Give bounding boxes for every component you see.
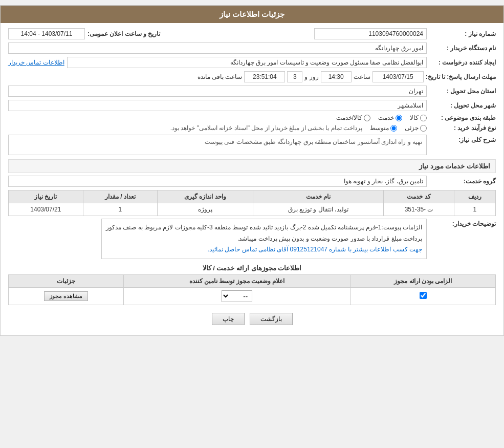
perm-col-elzami: الزامی بودن ارائه مجوز: [350, 274, 495, 287]
section-khadamat: اطلاعات خدمات مورد نیاز: [8, 159, 496, 173]
radio-khedmat-label: خدمت: [378, 114, 394, 121]
ijadKonande-label: ایجاد کننده درخواست :: [429, 59, 496, 66]
row-namDastgah: نام دستگاه خریدار : امور برق چهاردانگه: [8, 42, 496, 54]
noeFarayand-radio-group: جزئی متوسط پرداخت تمام یا بخشی از مبلغ خ…: [170, 124, 427, 132]
radio-jozee-label: جزئی: [405, 124, 419, 132]
namDastgah-label: نام دستگاه خریدار :: [429, 45, 496, 52]
print-button[interactable]: چاپ: [212, 313, 245, 325]
rooz-value: 3: [287, 71, 302, 82]
row-shahr: شهر محل تحویل : اسلامشهر: [8, 100, 496, 111]
col-tarikNiaz: تاریخ نیاز: [9, 190, 83, 203]
noeFarayand-note: پرداخت تمام یا بخشی از مبلغ خریدار از مح…: [170, 124, 362, 132]
cell-radif: 1: [454, 203, 495, 216]
tarikAlan-value: 1403/07/11 - 14:04: [8, 28, 85, 39]
shahr-label: شهر محل تحویل :: [429, 102, 496, 109]
countdown-value: 23:51:04: [244, 71, 285, 82]
saat-value: 14:30: [321, 71, 352, 82]
shomareNiaz-label: شماره نیاز :: [429, 30, 496, 37]
row-grohe: گروه خدمت: تامین برق، گاز، بخار و تهویه …: [8, 176, 496, 187]
cell-namKhedmat: تولید، انتقال و توزیع برق: [253, 203, 384, 216]
table-row: 1 ت -35-351 تولید، انتقال و توزیع برق پر…: [9, 203, 496, 216]
row-tabaghe: طبقه بندی موضوعی : کالا خدمت کالا/خدمت: [8, 114, 496, 121]
ijadKonande-value: ابوالفضل نظامی صفا مسئول صورت وضعیت و تا…: [67, 57, 427, 68]
tosih-label: توضیحات خریدار:: [429, 219, 496, 227]
col-radif: ردیف: [454, 190, 495, 203]
section-mojavez: اطلاعات مجوزهای ارائه خدمت / کالا: [8, 264, 496, 272]
col-kodKhedmat: کد خدمت: [384, 190, 454, 203]
radio-kala-khedmat-input[interactable]: [364, 115, 370, 121]
cell-vahedAndaze: پروژه: [158, 203, 253, 216]
col-namKhedmat: نام خدمت: [253, 190, 384, 203]
radio-kala: کالا: [410, 114, 427, 121]
sharh-value: تهیه و راه اندازی آسانسور ساختمان منطقه …: [8, 135, 427, 155]
namDastgah-value: امور برق چهاردانگه: [8, 42, 427, 54]
rooz-label: روز و: [304, 73, 318, 80]
ijadKonande-link[interactable]: اطلاعات تماس خریدار: [8, 59, 64, 66]
tosih-value: الزامات پیوست:1-فرم پرسشنامه تکمیل شده 2…: [101, 219, 427, 259]
radio-motavasset-label: متوسط: [370, 124, 389, 132]
btn-row: بازگشت چاپ: [8, 313, 496, 325]
row-ijadKonande: ایجاد کننده درخواست : ابوالفضل نظامی صفا…: [8, 57, 496, 68]
page-header: جزئیات اطلاعات نیاز: [1, 6, 503, 23]
page-wrapper: جزئیات اطلاعات نیاز شماره نیاز : 1103094…: [0, 5, 504, 336]
tarikAlan-label: تاریخ و ساعت اعلان عمومی:: [87, 30, 160, 37]
date-value: 1403/07/15: [372, 71, 424, 82]
perm-elzami-cell: [350, 287, 495, 305]
content-area: شماره نیاز : 1103094760000024 تاریخ و سا…: [1, 23, 503, 335]
perm-view-button[interactable]: مشاهده مجوز: [44, 291, 88, 301]
row-shomareNiaz: شماره نیاز : 1103094760000024 تاریخ و سا…: [8, 28, 496, 39]
radio-kala-khedmat: کالا/خدمت: [336, 114, 370, 121]
grohe-value: تامین برق، گاز، بخار و تهویه هوا: [8, 176, 427, 187]
radio-jozee-input[interactable]: [420, 125, 427, 132]
row-ostan: استان محل تحویل : تهران: [8, 86, 496, 97]
radio-motavasset: متوسط: [370, 124, 397, 132]
perm-alam-cell: --: [123, 287, 350, 305]
perm-elzami-checkbox[interactable]: [420, 292, 427, 299]
ostan-value: تهران: [8, 86, 427, 97]
back-button[interactable]: بازگشت: [250, 313, 293, 325]
radio-jozee: جزئی: [405, 124, 427, 132]
shahr-value: اسلامشهر: [8, 100, 427, 111]
col-vahedAndaze: واحد اندازه گیری: [158, 190, 253, 203]
row-noeFarayand: نوع فرآیند خرید : جزئی متوسط پرداخت تمام…: [8, 124, 496, 132]
tosih-line2: پرداخت مبلغ قرارداد با صدور صورت وضعیت و…: [106, 233, 422, 245]
mohlat-label: مهلت ارسال پاسخ: تا تاریخ:: [426, 73, 496, 80]
tabaghe-radio-group: کالا خدمت کالا/خدمت: [336, 114, 427, 121]
cell-tedad: 1: [83, 203, 158, 216]
tosih-line1: الزامات پیوست:1-فرم پرسشنامه تکمیل شده 2…: [106, 222, 422, 233]
row-tosih: توضیحات خریدار: الزامات پیوست:1-فرم پرسش…: [8, 219, 496, 259]
radio-khedmat: خدمت: [378, 114, 402, 121]
ostan-label: استان محل تحویل :: [429, 88, 496, 95]
radio-khedmat-input[interactable]: [396, 115, 402, 121]
col-tedad: تعداد / مقدار: [83, 190, 158, 203]
perm-col-joziyat: جزئیات: [9, 274, 124, 287]
noeFarayand-label: نوع فرآیند خرید :: [429, 124, 496, 132]
saat-label: ساعت: [354, 73, 370, 80]
services-table: ردیف کد خدمت نام خدمت واحد اندازه گیری ت…: [8, 190, 496, 216]
perm-row: -- مشاهده مجوز: [9, 287, 496, 305]
radio-kala-label: کالا: [410, 114, 419, 121]
grohe-label: گروه خدمت:: [429, 178, 496, 185]
radio-kala-input[interactable]: [420, 115, 427, 121]
cell-kodKhedmat: ت -35-351: [384, 203, 454, 216]
perm-alam-dropdown[interactable]: --: [222, 290, 252, 302]
perm-table: الزامی بودن ارائه مجوز اعلام وضعیت مجوز …: [8, 274, 496, 305]
radio-kala-khedmat-label: کالا/خدمت: [336, 114, 362, 121]
row-sharh: شرح کلی نیاز: تهیه و راه اندازی آسانسور …: [8, 135, 496, 155]
sharh-label: شرح کلی نیاز:: [429, 135, 496, 143]
tosih-line3: جهت کسب اطلاعات بیشتر با شماره 091251210…: [106, 244, 422, 255]
tabaghe-label: طبقه بندی موضوعی :: [429, 114, 496, 121]
row-mohlat: مهلت ارسال پاسخ: تا تاریخ: 1403/07/15 سا…: [8, 71, 496, 82]
perm-joziyat-cell: مشاهده مجوز: [9, 287, 124, 305]
baghimande-label: ساعت باقی مانده: [198, 73, 243, 80]
shomareNiaz-value: 1103094760000024: [314, 28, 427, 39]
radio-motavasset-input[interactable]: [390, 125, 397, 132]
cell-tarikNiaz: 1403/07/21: [9, 203, 83, 216]
page-title: جزئیات اطلاعات نیاز: [220, 10, 284, 18]
perm-col-alam: اعلام وضعیت مجوز توسط نامین کننده: [123, 274, 350, 287]
